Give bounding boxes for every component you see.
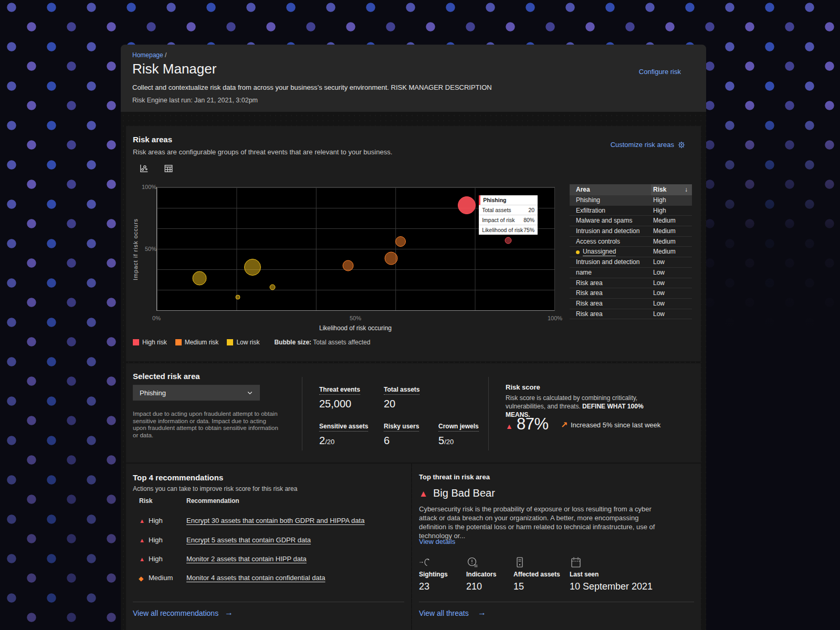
chevron-down-icon <box>247 390 253 396</box>
threat-name: Big Bad Bear <box>433 487 495 499</box>
chart-bubble[interactable] <box>343 260 354 271</box>
stat-label[interactable]: Total assets <box>384 386 419 395</box>
triangle-up-icon: ▲ <box>139 537 145 543</box>
x-axis-label: Likelihood of risk occuring <box>319 324 392 332</box>
stat-value: 23 <box>419 581 429 592</box>
legend-label: Medium risk <box>185 339 219 346</box>
table-row[interactable]: ExfiltrationHigh <box>570 206 692 216</box>
recommendation-link[interactable]: Monitor 4 assets that contain confidenti… <box>186 574 326 582</box>
top-threat-title: Top threat in risk area <box>419 473 490 481</box>
sort-descending-icon[interactable]: ↓ <box>685 184 688 195</box>
tooltip-label: Total assets <box>482 207 511 213</box>
recommendations-subtitle: Actions you can take to improve risk sco… <box>133 485 297 492</box>
top-threat-card: Top threat in risk area ▲ Big Bad Bear C… <box>412 464 701 630</box>
stat-total-assets: Total assets 20 <box>384 384 419 410</box>
table-row-unassigned[interactable]: UnassignedMedium <box>570 247 692 257</box>
tooltip-value: 75% <box>523 227 534 233</box>
severity-label: High <box>149 536 163 544</box>
chart-bubble[interactable] <box>458 196 476 214</box>
column-header-risk: Risk <box>139 497 152 505</box>
view-all-recommendations-link[interactable]: View all recommendations <box>133 609 218 617</box>
divider <box>302 377 302 450</box>
legend-item-high[interactable]: High risk <box>133 339 167 346</box>
recommendations-title: Top 4 recommendations <box>133 473 223 482</box>
customize-risk-areas-link[interactable]: Customize risk areas <box>611 141 685 149</box>
chart-bubble[interactable] <box>269 284 275 290</box>
recommendation-link[interactable]: Monitor 2 assets that contain HIPP data <box>186 555 307 563</box>
recommendations-card: Top 4 recommendations Actions you can ta… <box>126 464 411 630</box>
view-details-link[interactable]: View details <box>419 538 455 545</box>
risk-areas-title: Risk areas <box>133 135 172 144</box>
risk-manager-page: Homepage / Risk Manager Configure risk C… <box>121 45 706 630</box>
recommendation-link[interactable]: Encrypt 30 assets that contain both GDPR… <box>186 517 364 524</box>
stat-crown-jewels: Crown jewels 5/20 <box>438 421 479 447</box>
triangle-up-icon: ▲ <box>139 518 145 524</box>
stat-label: Sightings <box>419 571 448 578</box>
stat-label: Last seen <box>570 571 598 578</box>
column-header-risk[interactable]: Risk↓ <box>651 184 692 195</box>
table-row[interactable]: Risk areaLow <box>570 278 692 289</box>
chart-bubble[interactable] <box>236 295 240 300</box>
background-fade <box>704 0 840 630</box>
tooltip-label: Impact of risk <box>482 217 514 223</box>
arrow-right-icon[interactable]: → <box>225 608 233 617</box>
stat-label[interactable]: Threat events <box>319 386 360 395</box>
risk-score-trend: Increased 5% since last week <box>571 421 660 429</box>
recommendation-link[interactable]: Encrypt 5 assets that contain GDPR data <box>186 536 311 544</box>
column-header-area[interactable]: Area <box>570 184 651 195</box>
table-row[interactable]: Risk areaLow <box>570 288 692 299</box>
table-row[interactable]: Risk areaLow <box>570 309 692 320</box>
chart-bubble[interactable] <box>192 271 206 286</box>
stat-value: 5/20 <box>438 435 479 447</box>
customize-risk-areas-label[interactable]: Customize risk areas <box>611 141 674 149</box>
risk-bubble-chart: Phishing Total assets20 Impact of risk80… <box>156 187 555 311</box>
severity-label: High <box>149 517 163 524</box>
chart-bubble[interactable] <box>505 237 512 244</box>
divider <box>488 377 489 450</box>
table-view-icon[interactable] <box>164 164 173 173</box>
chart-bubble[interactable] <box>395 236 406 247</box>
bubble-chart-view-icon[interactable] <box>139 164 149 173</box>
stat-label[interactable]: Risky users <box>384 423 419 432</box>
risk-score-value: 87% <box>517 415 549 434</box>
calendar-icon <box>570 556 582 571</box>
table-row[interactable]: Intrusion and detectionMedium <box>570 226 692 237</box>
low-risk-swatch <box>227 339 233 345</box>
stat-label: Indicators <box>466 571 496 578</box>
arrow-right-icon[interactable]: → <box>478 608 486 617</box>
x-tick-50: 50% <box>350 315 361 321</box>
y-tick-50: 50% <box>145 246 156 252</box>
risk-engine-last-run: Risk Engine last run: Jan 21, 2021, 3:02… <box>132 97 258 104</box>
selected-area-description: Impact due to acting upon fraudulent att… <box>133 411 281 439</box>
risk-areas-table: Area Risk↓ PhishingHigh ExfiltrationHigh… <box>570 184 692 319</box>
legend-item-medium[interactable]: Medium risk <box>175 339 219 346</box>
risk-area-dropdown[interactable]: Phishing <box>133 385 260 401</box>
stat-sensitive-assets: Sensitive assets 2/20 <box>319 421 368 447</box>
chart-bubble[interactable] <box>244 259 261 276</box>
sighting-icon <box>419 556 432 571</box>
high-risk-swatch <box>133 339 139 345</box>
stat-value: 2/20 <box>319 435 368 447</box>
breadcrumb-homepage-link[interactable]: Homepage <box>132 51 163 59</box>
unassigned-link[interactable]: Unassigned <box>583 248 616 256</box>
table-row[interactable]: nameLow <box>570 268 692 278</box>
view-all-threats-link[interactable]: View all threats <box>419 609 469 617</box>
legend-item-low[interactable]: Low risk <box>227 339 259 346</box>
stat-label[interactable]: Sensitive assets <box>319 423 368 432</box>
stat-label: Affected assets <box>513 571 560 578</box>
gear-icon[interactable] <box>678 141 685 149</box>
table-row[interactable]: Malware and spamsMedium <box>570 216 692 226</box>
bubble-size-note: Bubble size: Total assets affected <box>274 339 370 346</box>
stat-label[interactable]: Crown jewels <box>438 423 479 432</box>
table-row[interactable]: PhishingHigh <box>570 195 692 206</box>
page-description: Collect and contextualize risk data from… <box>132 83 492 91</box>
stat-value: 25,000 <box>319 398 360 410</box>
table-row[interactable]: Risk areaLow <box>570 299 692 309</box>
table-row[interactable]: Access controlsMedium <box>570 237 692 247</box>
configure-risk-link[interactable]: Configure risk <box>639 68 681 76</box>
y-axis-label: Impact if risk occurs <box>132 218 139 280</box>
page-header: Homepage / Risk Manager Configure risk C… <box>121 45 706 112</box>
chart-bubble[interactable] <box>384 251 397 265</box>
risk-areas-description: Risk areas are configurable groups of th… <box>133 148 392 156</box>
table-row[interactable]: Intrusion and detectionLow <box>570 257 692 268</box>
